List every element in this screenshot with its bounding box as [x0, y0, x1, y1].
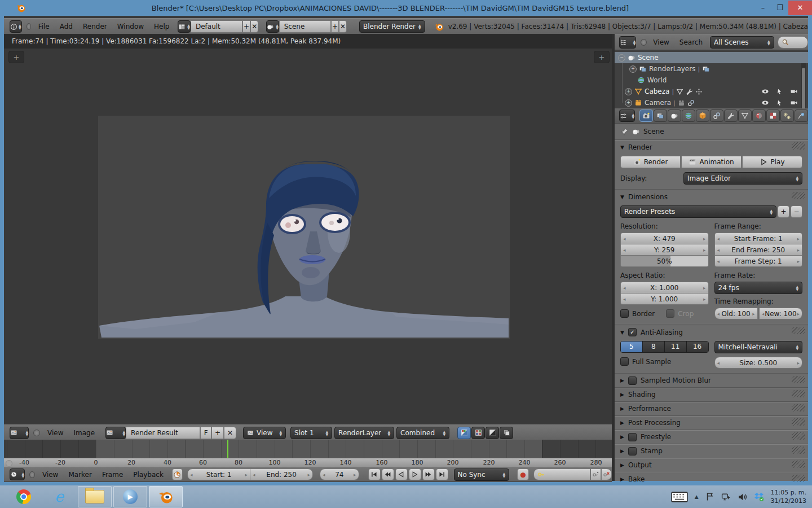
header-collapse-toggle[interactable]	[27, 23, 31, 30]
panel-sampled-motion-blur[interactable]: ▶ Sampled Motion Blur	[615, 374, 808, 387]
selectability-pointer-icon[interactable]	[776, 99, 783, 107]
aa-samples-11[interactable]: 11	[665, 341, 687, 352]
volume-icon[interactable]	[738, 492, 747, 502]
menu-view[interactable]: View	[37, 467, 63, 481]
panel-header-dimensions[interactable]: ▼ Dimensions	[620, 193, 802, 201]
render-restrict-camera-icon[interactable]	[790, 87, 798, 95]
collapse-arrow-icon[interactable]: ▼	[620, 144, 624, 150]
header-collapse-toggle[interactable]	[29, 471, 35, 478]
disclosure-expand-icon[interactable]: +	[625, 99, 632, 107]
panel-performance[interactable]: ▶ Performance	[615, 402, 808, 415]
disclosure-expand-icon[interactable]: +	[629, 65, 637, 73]
panel-drag-widget[interactable]	[792, 192, 805, 199]
tab-render[interactable]	[639, 110, 653, 122]
panel-drag-widget[interactable]	[792, 376, 805, 383]
add-scene-button[interactable]: +	[331, 20, 339, 33]
editor-type-dropdown-image[interactable]: ▲▼	[10, 427, 29, 439]
expand-arrow-icon[interactable]: ▶	[620, 434, 624, 440]
screen-layout-name-field[interactable]: Default	[191, 20, 242, 33]
panel-drag-widget[interactable]	[792, 142, 805, 150]
panel-drag-widget[interactable]	[792, 446, 805, 454]
show-hidden-icons-chevron[interactable]: ▲	[695, 494, 699, 500]
screen-layout-icon-button[interactable]: ▲▼	[178, 20, 191, 33]
next-keyframe-button[interactable]	[422, 468, 435, 480]
outliner-row-camera[interactable]: + Camera |	[615, 97, 808, 108]
full-sample-checkbox[interactable]	[620, 357, 629, 366]
render-button[interactable]: Render	[620, 156, 681, 168]
remove-preset-button[interactable]: −	[791, 205, 802, 218]
menu-marker[interactable]: Marker	[63, 467, 96, 481]
tab-object[interactable]	[696, 110, 709, 122]
collapse-arrow-icon[interactable]: ▼	[620, 330, 624, 335]
aa-filter-dropdown[interactable]: Mitchell-Netravali▲▼	[714, 341, 803, 353]
render-layer-dropdown[interactable]: RenderLayer▲▼	[334, 427, 394, 439]
end-frame-field[interactable]: ◂End: 250▸	[250, 468, 313, 480]
scene-name-field[interactable]: Scene	[279, 20, 331, 33]
close-button[interactable]: ✕	[788, 1, 812, 15]
panel-freestyle[interactable]: ▶ Freestyle	[615, 430, 808, 444]
start-frame-field[interactable]: ◂Start Frame: 1▸	[714, 233, 803, 244]
tab-modifiers[interactable]	[724, 110, 738, 122]
menu-view[interactable]: View	[648, 34, 674, 50]
editor-type-dropdown-info[interactable]: ▲▼	[10, 20, 22, 33]
taskbar-file-explorer-button[interactable]	[78, 486, 112, 507]
remap-new-field[interactable]: ◂New: 100▸	[759, 308, 802, 319]
panel-output[interactable]: ▶ Output	[615, 458, 808, 472]
delete-layout-button[interactable]: ✕	[250, 20, 258, 33]
sampled-motion-blur-checkbox[interactable]	[628, 376, 637, 385]
pin-icon[interactable]	[620, 128, 629, 136]
menu-file[interactable]: File	[33, 19, 55, 34]
menu-image[interactable]: Image	[68, 425, 100, 440]
render-presets-dropdown[interactable]: Render Presets▲▼	[620, 205, 776, 218]
end-frame-field[interactable]: ◂End Frame: 250▸	[714, 244, 803, 256]
delete-keyframe-button[interactable]	[601, 468, 612, 480]
draw-rgba-toggle[interactable]	[457, 427, 471, 439]
header-collapse-toggle[interactable]	[33, 430, 40, 436]
aspect-y-field[interactable]: ◂Y: 1.000▸	[620, 294, 709, 305]
sync-mode-dropdown[interactable]: No Sync▲▼	[454, 468, 510, 481]
previous-keyframe-button[interactable]	[382, 468, 394, 480]
image-datablock-icon-button[interactable]: ▲▼	[105, 427, 126, 439]
render-restrict-camera-icon[interactable]	[790, 99, 798, 107]
add-preset-button[interactable]: +	[778, 205, 789, 218]
expand-arrow-icon[interactable]: ▶	[620, 448, 624, 454]
outliner-row-world[interactable]: World	[615, 75, 808, 86]
panel-header-render[interactable]: ▼ Render	[620, 143, 802, 151]
outliner-item-label[interactable]: Scene	[638, 54, 659, 62]
aa-samples-16[interactable]: 16	[687, 341, 708, 352]
expand-region-button-left[interactable]: +	[8, 51, 24, 63]
add-layout-button[interactable]: +	[242, 20, 250, 33]
expand-arrow-icon[interactable]: ▶	[620, 420, 624, 426]
menu-playback[interactable]: Playback	[128, 467, 169, 481]
frame-step-field[interactable]: ◂Frame Step: 1▸	[714, 256, 803, 267]
action-center-flag-icon[interactable]	[705, 492, 714, 501]
unlink-image-button[interactable]: ✕	[224, 427, 236, 439]
timeline-playhead[interactable]	[227, 440, 228, 458]
border-checkbox[interactable]	[620, 309, 629, 318]
outliner-scope-dropdown[interactable]: All Scenes▲▼	[710, 36, 774, 49]
aspect-x-field[interactable]: ◂X: 1.000▸	[620, 282, 709, 294]
image-editor-canvas[interactable]: + +	[4, 49, 612, 424]
outliner-item-label[interactable]: Camera	[645, 99, 671, 107]
tab-constraints[interactable]	[710, 110, 723, 122]
panel-shading[interactable]: ▶ Shading	[615, 388, 808, 401]
animation-button[interactable]: Animation	[681, 156, 742, 168]
menu-add[interactable]: Add	[55, 19, 78, 34]
expand-arrow-icon[interactable]: ▶	[620, 392, 624, 397]
freestyle-checkbox[interactable]	[628, 433, 637, 441]
image-name-field[interactable]: Render Result	[126, 427, 200, 439]
current-frame-field[interactable]: ◂74▸	[320, 468, 359, 480]
visibility-eye-icon[interactable]	[761, 99, 769, 107]
header-collapse-toggle[interactable]	[641, 39, 647, 46]
outliner-search-field[interactable]	[778, 36, 808, 49]
tab-texture[interactable]	[766, 110, 780, 122]
menu-render[interactable]: Render	[78, 19, 112, 34]
expand-arrow-icon[interactable]: ▶	[620, 406, 624, 411]
play-rendered-button[interactable]: Play	[742, 156, 802, 168]
draw-zbuffer-toggle[interactable]	[500, 427, 513, 439]
timeline-ruler-scrollbar[interactable]: -40 -20 0 20 40 60 80 100 120 140 160 18…	[4, 458, 612, 467]
jump-to-end-button[interactable]	[436, 468, 448, 480]
panel-drag-widget[interactable]	[792, 404, 805, 411]
outliner-row-cabeza[interactable]: + Cabeza |	[615, 86, 808, 97]
taskbar-blender-button[interactable]	[149, 486, 183, 507]
